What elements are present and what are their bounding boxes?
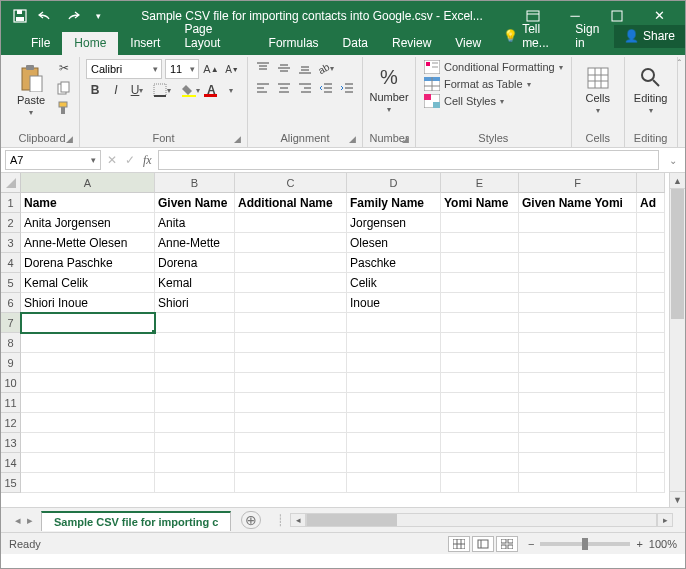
number-format-button[interactable]: % Number ▾ [369,59,409,121]
cell[interactable]: Olesen [347,233,441,253]
cell[interactable] [21,473,155,493]
customize-qat-icon[interactable]: ▾ [85,6,111,26]
cells-grid[interactable]: NameGiven NameAdditional NameFamily Name… [21,193,665,507]
cell[interactable]: Paschke [347,253,441,273]
cell[interactable] [441,213,519,233]
cell[interactable]: Jorgensen [347,213,441,233]
cell[interactable] [441,333,519,353]
view-page-break-icon[interactable] [496,536,518,552]
italic-icon[interactable]: I [107,81,125,99]
cell[interactable] [155,433,235,453]
cell[interactable] [519,233,637,253]
fill-color-icon[interactable] [178,81,204,99]
row-header[interactable]: 8 [1,333,21,353]
col-header[interactable]: F [519,173,637,193]
cell[interactable] [441,253,519,273]
cell[interactable]: Anne-Mette [155,233,235,253]
scroll-up-icon[interactable]: ▲ [670,173,685,189]
row-header[interactable]: 15 [1,473,21,493]
cell[interactable] [441,473,519,493]
redo-icon[interactable] [59,6,85,26]
tab-home[interactable]: Home [62,32,118,55]
cell[interactable] [519,393,637,413]
cell[interactable] [519,373,637,393]
cell[interactable] [441,413,519,433]
row-header[interactable]: 5 [1,273,21,293]
font-color-icon[interactable]: A [207,81,233,99]
cell[interactable] [519,433,637,453]
tab-insert[interactable]: Insert [118,32,172,55]
cell[interactable] [441,293,519,313]
alignment-launcher-icon[interactable]: ◢ [349,134,356,144]
cell[interactable] [519,273,637,293]
cell[interactable] [155,393,235,413]
align-top-icon[interactable] [254,59,272,77]
scroll-right-icon[interactable]: ▸ [657,513,673,527]
col-header[interactable]: D [347,173,441,193]
cell[interactable] [519,313,637,333]
paste-button[interactable]: Paste ▾ [11,59,51,121]
horizontal-scrollbar[interactable]: ┊ ◂ ▸ [261,513,679,527]
cell[interactable] [235,473,347,493]
cell[interactable] [441,393,519,413]
increase-font-icon[interactable]: A▲ [202,60,220,78]
cell[interactable]: Anne-Mette Olesen [21,233,155,253]
cell[interactable] [235,213,347,233]
cell[interactable] [21,313,155,333]
cell[interactable]: Yomi Name [441,193,519,213]
cell[interactable] [519,213,637,233]
cell[interactable]: Given Name Yomi [519,193,637,213]
cell[interactable] [637,213,665,233]
vscroll-thumb[interactable] [671,189,684,319]
tab-view[interactable]: View [443,32,493,55]
cell[interactable] [637,433,665,453]
select-all-corner[interactable] [1,173,21,193]
align-left-icon[interactable] [254,79,272,97]
cell[interactable] [235,393,347,413]
copy-icon[interactable] [55,79,73,97]
cell[interactable] [235,253,347,273]
collapse-ribbon-icon[interactable]: ˆ [678,57,681,147]
col-header[interactable]: C [235,173,347,193]
cell[interactable] [21,353,155,373]
cell[interactable] [637,273,665,293]
cell[interactable] [637,253,665,273]
share-button[interactable]: 👤Share [614,25,685,48]
tab-review[interactable]: Review [380,32,443,55]
underline-icon[interactable]: U [128,81,146,99]
row-header[interactable]: 12 [1,413,21,433]
name-box[interactable]: A7▾ [5,150,101,170]
col-header[interactable]: E [441,173,519,193]
row-header[interactable]: 6 [1,293,21,313]
cell[interactable]: Given Name [155,193,235,213]
cell[interactable] [235,233,347,253]
cell[interactable] [637,473,665,493]
cell[interactable]: Dorena Paschke [21,253,155,273]
cell[interactable] [441,433,519,453]
cell[interactable] [235,373,347,393]
zoom-in-icon[interactable]: + [636,538,642,550]
format-painter-icon[interactable] [55,99,73,117]
cut-icon[interactable]: ✂ [55,59,73,77]
view-page-layout-icon[interactable] [472,536,494,552]
decrease-indent-icon[interactable] [317,79,335,97]
row-header[interactable]: 9 [1,353,21,373]
cell[interactable] [637,293,665,313]
cell[interactable] [235,333,347,353]
cell[interactable] [235,413,347,433]
cell[interactable] [235,313,347,333]
save-icon[interactable] [7,6,33,26]
bold-icon[interactable]: B [86,81,104,99]
row-header[interactable]: 13 [1,433,21,453]
scroll-down-icon[interactable]: ▼ [670,491,685,507]
sheet-next-icon[interactable]: ▸ [27,514,33,527]
cell[interactable] [441,313,519,333]
tab-file[interactable]: File [19,32,62,55]
row-header[interactable]: 14 [1,453,21,473]
cell[interactable]: Dorena [155,253,235,273]
cell[interactable]: Additional Name [235,193,347,213]
cell[interactable]: Anita Jorgensen [21,213,155,233]
font-name-select[interactable]: Calibri [86,59,162,79]
cell[interactable] [637,393,665,413]
cell[interactable] [519,353,637,373]
